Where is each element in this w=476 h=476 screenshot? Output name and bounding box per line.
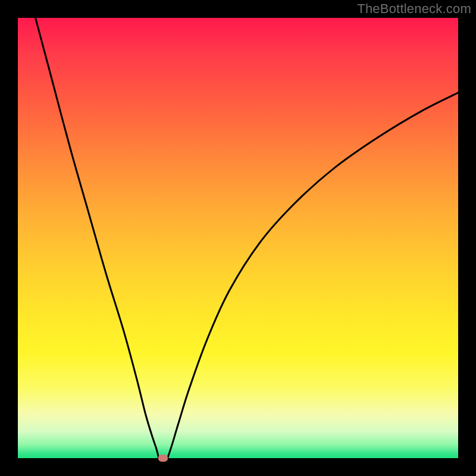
curve-svg — [18, 18, 458, 458]
curve-right-branch — [168, 93, 458, 458]
chart-frame: TheBottleneck.com — [0, 0, 476, 476]
watermark-text: TheBottleneck.com — [357, 1, 471, 17]
min-point-marker — [158, 455, 168, 462]
plot-area — [18, 18, 458, 458]
curve-left-branch — [36, 18, 159, 458]
